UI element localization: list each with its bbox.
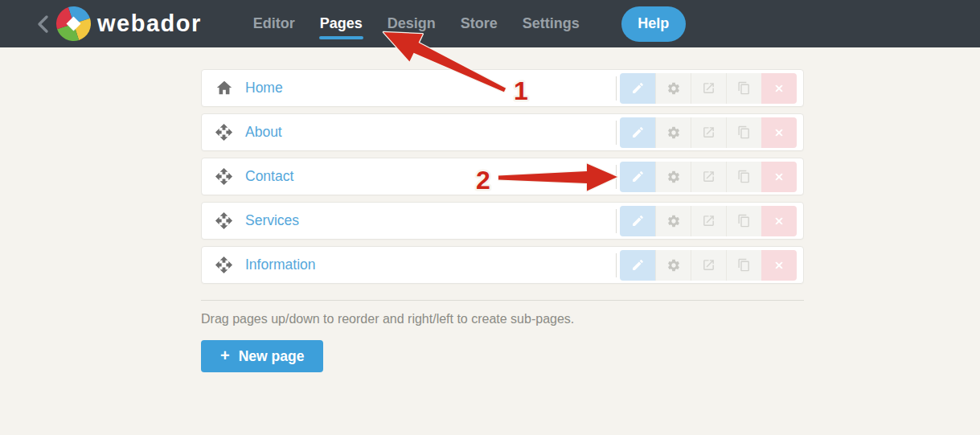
section-divider xyxy=(201,300,804,301)
row-divider xyxy=(616,121,617,145)
open-page-button[interactable] xyxy=(691,162,726,192)
settings-button[interactable] xyxy=(655,117,691,148)
edit-button[interactable] xyxy=(620,162,655,192)
pencil-icon xyxy=(631,258,645,272)
x-icon xyxy=(773,215,785,227)
page-row: Services xyxy=(201,202,804,240)
gear-icon xyxy=(666,258,681,273)
delete-button[interactable] xyxy=(761,206,797,236)
page-row: Home xyxy=(201,69,804,107)
copy-pages-icon xyxy=(737,214,751,228)
duplicate-button[interactable] xyxy=(726,250,761,281)
x-icon xyxy=(773,83,785,94)
settings-button[interactable] xyxy=(655,162,691,192)
copy-pages-icon xyxy=(737,258,751,272)
x-icon xyxy=(773,127,785,138)
open-page-button[interactable] xyxy=(691,117,726,148)
duplicate-button[interactable] xyxy=(726,162,761,192)
row-divider xyxy=(616,209,617,233)
gear-icon xyxy=(666,170,681,184)
duplicate-button[interactable] xyxy=(726,206,761,236)
copy-pages-icon xyxy=(737,81,751,95)
copy-pages-icon xyxy=(737,125,751,139)
external-link-icon xyxy=(702,214,716,228)
delete-button[interactable] xyxy=(761,73,797,104)
copy-pages-icon xyxy=(737,170,751,183)
pencil-icon xyxy=(631,125,645,139)
edit-button[interactable] xyxy=(620,73,655,104)
open-page-button[interactable] xyxy=(691,206,726,236)
move-icon[interactable] xyxy=(215,256,233,274)
tab-design[interactable]: Design xyxy=(387,15,436,32)
pencil-icon xyxy=(631,214,645,228)
external-link-icon xyxy=(702,170,716,183)
help-button[interactable]: Help xyxy=(621,6,686,42)
duplicate-button[interactable] xyxy=(726,117,761,148)
external-link-icon xyxy=(702,258,716,272)
page-link[interactable]: Services xyxy=(245,212,299,229)
page-link[interactable]: Home xyxy=(245,80,283,96)
move-icon[interactable] xyxy=(215,123,233,142)
gear-icon xyxy=(666,214,681,228)
plus-icon: + xyxy=(220,347,230,365)
pages-panel: Home About xyxy=(201,69,804,372)
home-icon xyxy=(215,79,233,97)
row-actions xyxy=(620,206,797,236)
row-actions xyxy=(620,250,797,281)
edit-button[interactable] xyxy=(620,250,655,281)
pencil-icon xyxy=(631,170,645,183)
row-divider xyxy=(616,165,617,189)
tab-pages-label: Pages xyxy=(320,15,363,31)
duplicate-button[interactable] xyxy=(726,73,761,104)
page-row: About xyxy=(201,113,804,151)
new-page-label: New page xyxy=(239,348,305,365)
settings-button[interactable] xyxy=(655,206,691,236)
gear-icon xyxy=(666,81,681,96)
move-icon[interactable] xyxy=(215,211,233,230)
page-link[interactable]: Information xyxy=(245,256,316,273)
edit-button[interactable] xyxy=(620,206,655,236)
gear-icon xyxy=(666,125,681,140)
external-link-icon xyxy=(702,125,716,139)
row-actions xyxy=(620,117,797,148)
tab-settings[interactable]: Settings xyxy=(523,15,580,32)
settings-button[interactable] xyxy=(655,250,691,281)
row-divider xyxy=(616,253,617,277)
new-page-button[interactable]: + New page xyxy=(201,340,323,372)
page-link[interactable]: Contact xyxy=(245,168,293,185)
edit-button[interactable] xyxy=(620,117,655,148)
page-link[interactable]: About xyxy=(245,124,282,141)
x-icon xyxy=(773,171,785,183)
active-tab-underline xyxy=(319,36,363,39)
delete-button[interactable] xyxy=(761,162,797,192)
page-row: Contact xyxy=(201,158,804,195)
open-page-button[interactable] xyxy=(691,73,726,104)
main-nav: Editor Pages Design Store Settings xyxy=(253,15,580,32)
delete-button[interactable] xyxy=(761,117,797,148)
x-icon xyxy=(773,260,785,271)
webador-logo-icon xyxy=(56,6,91,41)
reorder-hint: Drag pages up/down to reorder and right/… xyxy=(201,312,804,326)
row-actions xyxy=(620,73,797,104)
open-page-button[interactable] xyxy=(691,250,726,281)
row-actions xyxy=(620,162,797,192)
move-icon[interactable] xyxy=(215,167,233,186)
tab-pages[interactable]: Pages xyxy=(320,15,363,32)
page-row: Information xyxy=(201,246,804,284)
tab-store[interactable]: Store xyxy=(461,15,498,32)
settings-button[interactable] xyxy=(655,73,691,104)
pencil-icon xyxy=(631,81,645,95)
brand-name: webador xyxy=(97,10,202,37)
row-divider xyxy=(616,76,617,101)
back-button[interactable] xyxy=(35,14,51,34)
tab-editor[interactable]: Editor xyxy=(253,15,295,32)
external-link-icon xyxy=(702,81,716,95)
chevron-left-icon xyxy=(35,14,51,34)
top-bar: webador Editor Pages Design Store Settin… xyxy=(0,0,980,47)
delete-button[interactable] xyxy=(761,250,797,281)
